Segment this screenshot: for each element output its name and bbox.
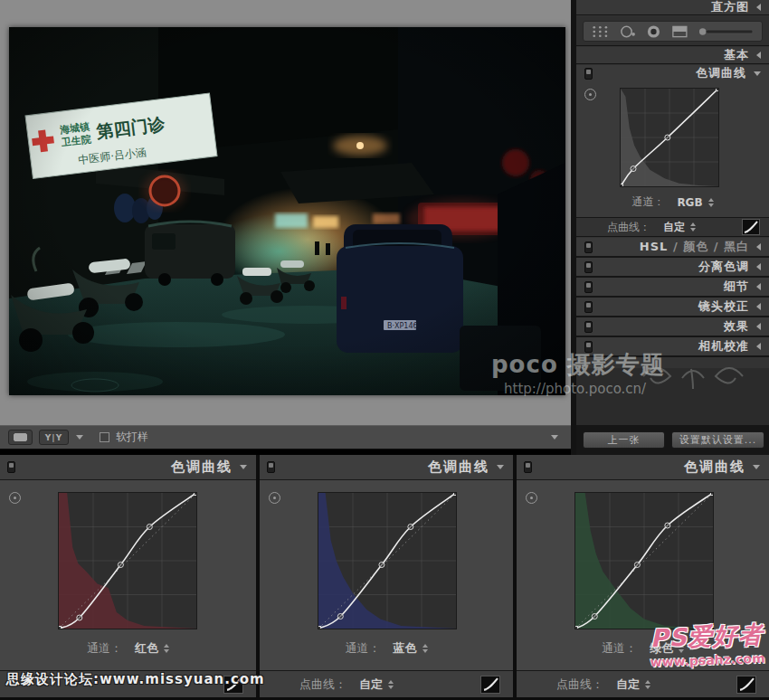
curve-glyph-icon bbox=[744, 221, 758, 233]
point-curve-value[interactable]: 自定 bbox=[359, 676, 383, 693]
section-header-effects[interactable]: 效果 bbox=[576, 317, 769, 337]
toolbar: Y|Y 软打样 bbox=[0, 425, 571, 449]
targeted-adjustment-icon[interactable] bbox=[584, 89, 596, 100]
collapse-left-icon bbox=[756, 283, 761, 290]
set-default-button[interactable]: 设置默认设置... bbox=[671, 431, 764, 449]
panel-switch-icon[interactable] bbox=[584, 68, 593, 80]
curve-panel-header[interactable]: 色调曲线 bbox=[260, 455, 513, 480]
previous-button[interactable]: 上一张 bbox=[583, 431, 665, 449]
channel-stepper-icon[interactable] bbox=[422, 644, 428, 653]
channel-stepper-icon[interactable] bbox=[164, 644, 169, 653]
green-curve-plot[interactable] bbox=[574, 492, 714, 629]
point-curve-stepper-icon[interactable] bbox=[388, 680, 394, 689]
curve-panel-red: 色调曲线 通道： 红色 bbox=[0, 455, 256, 697]
red-curve-plot[interactable] bbox=[58, 492, 197, 629]
develop-tool-strip bbox=[576, 16, 769, 46]
section-header-camera-calibration[interactable]: 相机校准 bbox=[576, 337, 769, 357]
loupe-view-button[interactable] bbox=[8, 430, 33, 445]
bw-label[interactable]: 黑白 bbox=[724, 240, 749, 253]
canvas-area: 海城镇 卫生院 第四门诊 中医师·吕小涵 bbox=[0, 0, 571, 425]
panel-switch-icon[interactable] bbox=[584, 301, 593, 313]
basic-panel-header[interactable]: 基本 bbox=[576, 47, 769, 64]
collapse-left-icon bbox=[756, 343, 761, 350]
targeted-adjustment-icon[interactable] bbox=[269, 492, 280, 504]
expand-down-icon bbox=[240, 465, 247, 469]
expand-down-icon bbox=[754, 71, 761, 76]
tone-curve-header[interactable]: 色调曲线 bbox=[576, 65, 769, 81]
compare-view-icon: Y|Y bbox=[45, 433, 62, 442]
channel-stepper-icon[interactable] bbox=[708, 198, 714, 207]
edit-point-curve-button[interactable] bbox=[742, 219, 760, 235]
blue-curve-plot[interactable] bbox=[318, 492, 457, 629]
point-curve-stepper-icon[interactable] bbox=[690, 222, 696, 232]
spot-removal-tool-icon[interactable] bbox=[620, 24, 637, 39]
collapse-left-icon bbox=[756, 4, 761, 11]
panel-switch-icon[interactable] bbox=[584, 281, 593, 293]
targeted-adjustment-icon[interactable] bbox=[9, 492, 21, 504]
channel-value[interactable]: RGB bbox=[677, 196, 702, 209]
rgb-curve-plot[interactable] bbox=[620, 88, 719, 187]
histogram-title: 直方图 bbox=[711, 0, 749, 15]
histogram-panel-header[interactable]: 直方图 bbox=[576, 0, 769, 15]
point-curve-value[interactable]: 自定 bbox=[616, 676, 640, 693]
graduated-filter-tool-icon[interactable] bbox=[671, 24, 688, 39]
channel-label: 通道： bbox=[602, 640, 637, 657]
point-curve-bar: 点曲线： 自定 bbox=[517, 670, 769, 697]
photo-canvas[interactable]: 海城镇 卫生院 第四门诊 中医师·吕小涵 bbox=[9, 27, 565, 395]
panel-switch-icon[interactable] bbox=[524, 461, 532, 473]
collapse-left-icon bbox=[756, 243, 761, 251]
loupe-view-icon bbox=[14, 433, 27, 441]
adjustment-brush-tool-icon[interactable] bbox=[698, 24, 755, 39]
point-curve-value[interactable]: 自定 bbox=[663, 220, 685, 235]
point-curve-label: 点曲线： bbox=[299, 676, 347, 693]
point-curve-label: 点曲线： bbox=[607, 220, 650, 235]
compare-view-button[interactable]: Y|Y bbox=[39, 430, 69, 445]
soft-proof-checkbox[interactable] bbox=[100, 432, 109, 442]
point-curve-row: 点曲线： 自定 bbox=[576, 217, 769, 237]
channel-value[interactable]: 蓝色 bbox=[394, 640, 417, 657]
targeted-adjustment-icon[interactable] bbox=[526, 492, 537, 504]
collapse-left-icon bbox=[756, 263, 761, 270]
crop-overlay-tool-icon[interactable] bbox=[591, 24, 610, 39]
collapse-left-icon bbox=[756, 52, 761, 59]
tone-curve-panel: 色调曲线 通道： RGB 点曲线： 自定 bbox=[576, 65, 769, 237]
panel-buttons-row: 上一张 设置默认设置... bbox=[576, 425, 769, 455]
red-eye-tool-icon[interactable] bbox=[646, 24, 661, 39]
psahz-watermark: PS爱好者 www.psahz.com bbox=[649, 619, 765, 669]
night-street-photo: 海城镇 卫生院 第四门诊 中医师·吕小涵 bbox=[9, 27, 565, 395]
toolbar-options-caret-icon[interactable] bbox=[551, 435, 558, 440]
curve-panel-header[interactable]: 色调曲线 bbox=[517, 455, 769, 480]
view-options-caret-icon[interactable] bbox=[76, 435, 83, 440]
panel-switch-icon[interactable] bbox=[584, 241, 593, 253]
section-header-hsl[interactable]: HSL / 颜色 / 黑白 bbox=[576, 238, 769, 258]
point-curve-stepper-icon[interactable] bbox=[645, 680, 650, 689]
section-header-detail[interactable]: 细节 bbox=[576, 278, 769, 298]
curve-panel-header[interactable]: 色调曲线 bbox=[0, 455, 256, 480]
separator: / bbox=[714, 240, 719, 253]
panel-switch-icon[interactable] bbox=[584, 341, 593, 353]
channel-label: 通道： bbox=[346, 640, 381, 657]
soft-proof-label: 软打样 bbox=[116, 430, 148, 445]
channel-value[interactable]: 红色 bbox=[135, 640, 158, 657]
edit-point-curve-button[interactable] bbox=[736, 676, 756, 694]
tone-curve-title: 色调曲线 bbox=[696, 65, 746, 81]
hsl-label[interactable]: HSL bbox=[640, 240, 669, 253]
section-header-split-toning[interactable]: 分离色调 bbox=[576, 258, 769, 278]
lightroom-develop-window: 海城镇 卫生院 第四门诊 中医师·吕小涵 bbox=[0, 0, 769, 700]
panel-switch-icon[interactable] bbox=[7, 461, 15, 473]
collapse-left-icon bbox=[756, 323, 761, 330]
edit-point-curve-button[interactable] bbox=[480, 676, 500, 694]
basic-title: 基本 bbox=[724, 47, 749, 63]
section-header-lens-corrections[interactable]: 镜头校正 bbox=[576, 298, 769, 317]
flourish-ornament-icon bbox=[639, 358, 747, 394]
panel-switch-icon[interactable] bbox=[584, 261, 593, 273]
channel-label: 通道： bbox=[87, 640, 122, 657]
curve-glyph-icon bbox=[739, 677, 755, 691]
color-label[interactable]: 颜色 bbox=[683, 240, 708, 253]
channel-label: 通道： bbox=[631, 194, 664, 210]
panel-switch-icon[interactable] bbox=[584, 321, 593, 333]
expand-down-icon bbox=[753, 465, 760, 469]
panel-switch-icon[interactable] bbox=[267, 461, 275, 473]
point-curve-label: 点曲线： bbox=[556, 676, 603, 693]
separator: / bbox=[673, 240, 679, 253]
